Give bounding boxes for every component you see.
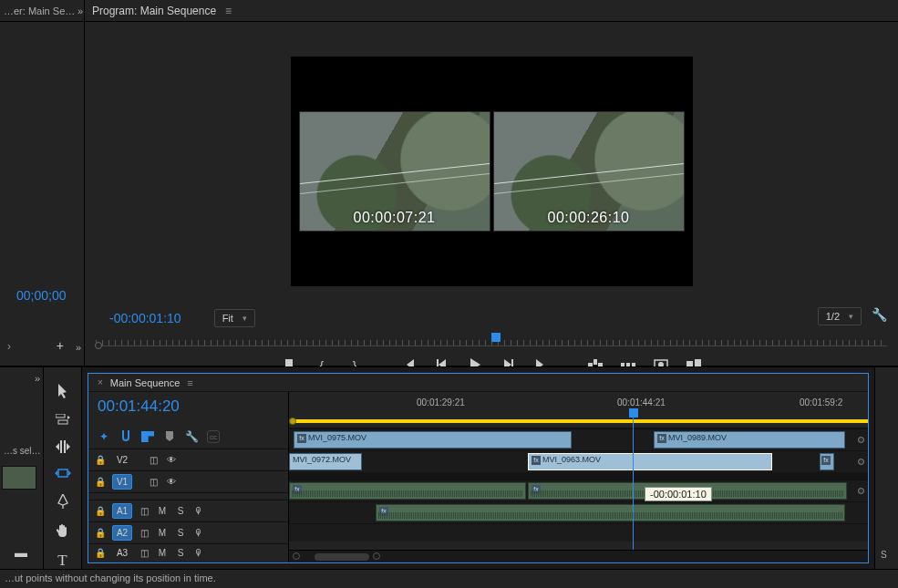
linked-selection-icon[interactable] [141,430,154,443]
eye-v2-icon[interactable]: 👁 [165,454,178,467]
solo-a2-button[interactable]: S [174,527,187,540]
voice-a1-icon[interactable]: 🎙 [192,505,205,518]
ruler-tick: 00:01:29:21 [417,397,465,407]
clip-v1-b[interactable]: fxMVI_0963.MOV [528,453,772,470]
lock-v2-icon[interactable]: 🔒 [94,455,107,465]
mute-a2-button[interactable]: M [156,527,169,540]
work-area-bar[interactable] [293,419,868,423]
lock-a3-icon[interactable]: 🔒 [94,548,107,558]
sync-lock-a2-icon[interactable]: ◫ [138,527,150,540]
expand-source-icon[interactable]: » [76,342,78,353]
zoom-fit-select[interactable]: Fit▾ [214,309,255,327]
program-offset-tc[interactable]: -00:00:01:10 [109,311,181,325]
panel-menu-icon[interactable]: ≡ [225,5,232,17]
bin-view-icon[interactable]: ▬ [15,545,27,560]
voice-a3-icon[interactable]: 🎙 [192,547,205,560]
marker-icon[interactable] [163,430,176,443]
keyframe-dot[interactable] [858,488,864,494]
lock-a1-icon[interactable]: 🔒 [94,506,107,516]
track-label-a1[interactable]: A1 [112,503,132,519]
overlay-tc-right: 00:00:26:10 [547,210,629,226]
track-label-a3[interactable]: A3 [112,545,132,561]
clip-v1-fx[interactable]: fx [820,453,834,470]
lock-v1-icon[interactable]: 🔒 [94,477,107,487]
solo-label: S [881,550,887,560]
project-panel: » …s sel… ▬ [0,366,44,569]
expand-project-icon[interactable]: » [35,373,37,384]
project-thumbnail[interactable] [2,466,36,490]
solo-a3-button[interactable]: S [174,547,187,560]
pen-tool[interactable] [54,494,72,509]
sync-lock-a3-icon[interactable]: ◫ [138,547,150,560]
program-viewer[interactable]: 00:00:07:21 00:00:26:10 [85,22,898,302]
video-frame: 00:00:07:21 00:00:26:10 [291,57,693,286]
sequence-menu-icon[interactable]: ≡ [187,377,192,388]
sync-lock-v1-icon[interactable]: ◫ [147,476,160,489]
program-tab-label[interactable]: Program: Main Sequence [92,5,216,17]
svg-rect-12 [60,440,62,453]
clip-a2-a[interactable]: fx [376,504,845,521]
slip-tool[interactable] [54,468,72,480]
fx-badge-icon: fx [532,456,541,465]
fx-badge-icon: fx [821,456,831,465]
scrubber-playhead[interactable] [491,333,501,342]
clip-v2-a[interactable]: fxMVI_0975.MOV [294,431,572,449]
svg-rect-11 [58,420,67,424]
timeline-zoom-scroll[interactable] [289,550,868,562]
compare-frame-right: 00:00:26:10 [493,111,685,232]
project-selection-text: …s sel… [4,446,41,456]
fx-badge-icon: fx [657,434,666,443]
track-label-a2[interactable]: A2 [112,525,132,541]
program-panel: Program: Main Sequence ≡ 00:00:07:21 00:… [85,0,898,366]
solo-a1-button[interactable]: S [174,505,187,518]
time-ruler[interactable]: 00:01:29:21 00:01:44:21 00:01:59:2 [289,392,868,428]
timeline-timecode[interactable]: 00:01:44:20 [88,392,288,428]
add-icon[interactable]: + [57,338,64,353]
insert-mode-icon[interactable]: ✦ [98,430,110,443]
clip-a1-a[interactable]: fx [289,482,526,500]
svg-rect-10 [56,414,65,418]
source-timecode[interactable]: 00;00;00 [16,288,67,303]
source-panel: …er: Main Se… » 00;00;00 » + › [0,0,85,366]
expand-icon[interactable]: » [77,5,80,16]
keyframe-dot[interactable] [858,437,864,443]
status-text: …ut points without changing its position… [5,573,216,583]
svg-rect-13 [64,440,66,453]
ripple-edit-tool[interactable] [54,440,72,453]
clip-v1-a[interactable]: MVI_0972.MOV [289,453,362,470]
resolution-select[interactable]: 1/2▾ [818,307,862,325]
lock-a2-icon[interactable]: 🔒 [94,528,107,538]
caret-icon[interactable]: › [7,340,11,353]
captions-icon[interactable]: cc [207,430,220,443]
program-scrubber[interactable] [96,333,887,351]
ruler-tick: 00:01:59:2 [800,397,842,407]
type-tool[interactable]: T [54,552,72,569]
eye-v1-icon[interactable]: 👁 [165,476,178,489]
track-label-v2[interactable]: V2 [112,452,132,468]
clip-v2-b[interactable]: fxMVI_0989.MOV [654,431,845,449]
ruler-tick: 00:01:44:21 [617,397,666,407]
sync-lock-a1-icon[interactable]: ◫ [138,505,150,518]
sequence-tab-label[interactable]: Main Sequence [110,377,180,388]
sync-lock-v2-icon[interactable]: ◫ [147,454,160,467]
track-select-tool[interactable] [54,413,72,426]
timeline-playhead[interactable] [633,410,634,562]
close-sequence-icon[interactable]: × [98,377,103,387]
compare-frame-left: 00:00:07:21 [299,111,490,232]
timeline-wrench-icon[interactable]: 🔧 [185,430,198,443]
selection-tool[interactable] [54,384,72,398]
source-tab-label[interactable]: …er: Main Se… [4,5,75,16]
settings-wrench-icon[interactable]: 🔧 [872,307,887,322]
timeline-tracks[interactable]: 00:01:29:21 00:01:44:21 00:01:59:2 fxMVI… [289,392,868,562]
timeline-panel: × Main Sequence ≡ 00:01:44:20 ✦ 🔧 cc [82,366,874,569]
snap-icon[interactable] [119,430,132,443]
svg-rect-2 [594,359,597,365]
timeline-header: 00:01:44:20 ✦ 🔧 cc 🔒 V2 ◫ 👁 [88,392,289,562]
mute-a1-button[interactable]: M [156,505,169,518]
keyframe-dot[interactable] [858,459,864,465]
hand-tool[interactable] [54,523,72,538]
track-label-v1[interactable]: V1 [112,474,132,490]
mute-a3-button[interactable]: M [156,547,169,560]
svg-rect-14 [58,469,67,477]
voice-a2-icon[interactable]: 🎙 [192,527,205,540]
